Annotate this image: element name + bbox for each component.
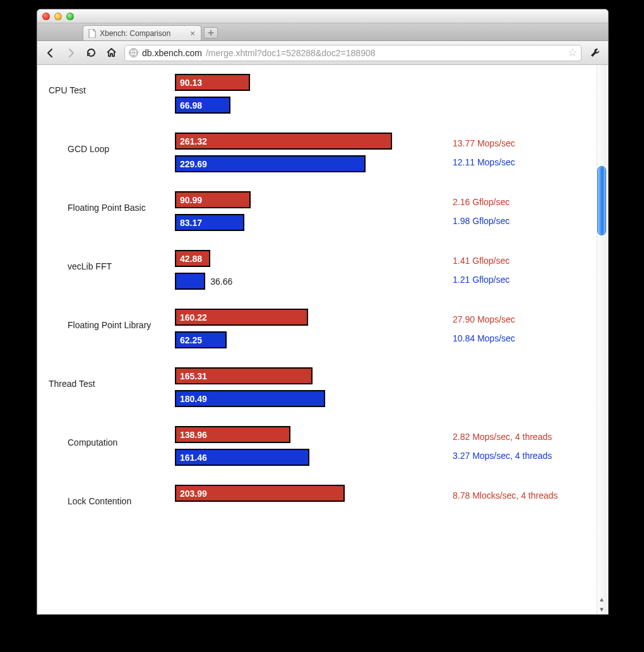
scroll-down-arrow-icon[interactable]: ▼ bbox=[597, 604, 607, 614]
scrollbar-thumb[interactable] bbox=[597, 166, 606, 235]
bar-wrap: 90.13 bbox=[175, 74, 440, 91]
benchmark-row: CPU Test90.1366.98 bbox=[49, 74, 597, 114]
bar-wrap: 229.69 bbox=[175, 155, 440, 172]
benchmark-label: Floating Point Library bbox=[49, 309, 175, 348]
tab-xbench-comparison[interactable]: Xbench: Comparison × bbox=[83, 25, 201, 40]
blue-bar: 180.49 bbox=[175, 390, 325, 407]
red-bar: 203.99 bbox=[175, 485, 345, 502]
metrics: 2.82 Mops/sec, 4 threads3.27 Mops/sec, 4… bbox=[440, 426, 573, 466]
red-bar: 42.88 bbox=[175, 250, 210, 267]
metric-a: 2.16 Gflop/sec bbox=[453, 197, 573, 207]
tab-title: Xbench: Comparison bbox=[100, 29, 170, 38]
blue-bar: 66.98 bbox=[175, 97, 230, 114]
titlebar bbox=[37, 9, 608, 23]
metrics: 2.16 Gflop/sec1.98 Gflop/sec bbox=[440, 191, 573, 231]
metric-b: 1.98 Gflop/sec bbox=[453, 216, 573, 226]
back-button[interactable] bbox=[44, 46, 57, 60]
scroll-up-arrow-icon[interactable]: ▲ bbox=[597, 594, 607, 604]
bars: 261.32229.69 bbox=[175, 133, 440, 172]
red-bar: 90.99 bbox=[175, 191, 251, 208]
page-icon bbox=[88, 29, 96, 38]
browser-window: Xbench: Comparison × db.xbench.com/merge… bbox=[37, 9, 609, 615]
minimize-window-button[interactable] bbox=[54, 13, 62, 20]
benchmark-label: Lock Contention bbox=[49, 485, 175, 506]
blue-bar bbox=[175, 273, 205, 290]
red-bar: 90.13 bbox=[175, 74, 250, 91]
metric-a: 2.82 Mops/sec, 4 threads bbox=[453, 432, 573, 442]
benchmark-table: CPU Test90.1366.98GCD Loop261.32229.6913… bbox=[37, 65, 608, 550]
close-tab-icon[interactable]: × bbox=[188, 29, 197, 38]
blue-bar: 83.17 bbox=[175, 214, 244, 231]
benchmark-label: Computation bbox=[49, 426, 175, 466]
benchmark-row: Computation138.96161.462.82 Mops/sec, 4 … bbox=[49, 426, 597, 466]
settings-wrench-icon[interactable] bbox=[588, 46, 602, 60]
metrics bbox=[440, 367, 573, 407]
tabstrip: Xbench: Comparison × bbox=[37, 23, 608, 41]
bars: 90.9983.17 bbox=[175, 191, 440, 231]
bar-wrap: 180.49 bbox=[175, 390, 440, 407]
metrics: 8.78 Mlocks/sec, 4 threads bbox=[440, 485, 573, 506]
metric-b: 1.21 Gflop/sec bbox=[453, 275, 573, 285]
red-bar: 261.32 bbox=[175, 133, 392, 150]
benchmark-row: GCD Loop261.32229.6913.77 Mops/sec12.11 … bbox=[49, 133, 597, 172]
vertical-scrollbar[interactable]: ▲ ▼ bbox=[597, 65, 607, 614]
benchmark-row: Floating Point Library160.2262.2527.90 M… bbox=[49, 309, 597, 348]
bars: 203.99 bbox=[175, 485, 440, 506]
bar-wrap: 203.99 bbox=[175, 485, 440, 502]
metric-b: 10.84 Mops/sec bbox=[453, 333, 573, 343]
bar-wrap: 83.17 bbox=[175, 214, 440, 231]
page-viewport: CPU Test90.1366.98GCD Loop261.32229.6913… bbox=[37, 65, 608, 614]
bar-wrap: 160.22 bbox=[175, 309, 440, 326]
bar-wrap: 161.46 bbox=[175, 449, 440, 466]
forward-button[interactable] bbox=[64, 46, 78, 60]
metric-a: 13.77 Mops/sec bbox=[453, 138, 573, 148]
benchmark-label: vecLib FFT bbox=[49, 250, 175, 290]
metrics: 27.90 Mops/sec10.84 Mops/sec bbox=[440, 309, 573, 348]
benchmark-row: Lock Contention203.998.78 Mlocks/sec, 4 … bbox=[49, 485, 597, 506]
bar-value: 36.66 bbox=[210, 276, 232, 287]
blue-bar: 229.69 bbox=[175, 155, 366, 172]
red-bar: 138.96 bbox=[175, 426, 290, 443]
bar-wrap: 138.96 bbox=[175, 426, 440, 443]
address-bar[interactable]: db.xbench.com/merge.xhtml?doc1=528288&do… bbox=[124, 45, 581, 61]
metrics: 13.77 Mops/sec12.11 Mops/sec bbox=[440, 133, 573, 172]
bar-wrap: 36.66 bbox=[175, 273, 440, 290]
bar-wrap: 261.32 bbox=[175, 133, 440, 150]
benchmark-row: Floating Point Basic90.9983.172.16 Gflop… bbox=[49, 191, 597, 231]
zoom-window-button[interactable] bbox=[66, 13, 74, 20]
metric-b: 12.11 Mops/sec bbox=[453, 157, 573, 167]
metrics: 1.41 Gflop/sec1.21 Gflop/sec bbox=[440, 250, 573, 290]
bar-wrap: 66.98 bbox=[175, 97, 440, 114]
bar-wrap: 90.99 bbox=[175, 191, 440, 208]
url-path: /merge.xhtml?doc1=528288&doc2=188908 bbox=[206, 48, 376, 58]
metric-a: 27.90 Mops/sec bbox=[453, 314, 573, 324]
close-window-button[interactable] bbox=[42, 13, 50, 20]
blue-bar: 62.25 bbox=[175, 331, 227, 348]
home-button[interactable] bbox=[104, 46, 118, 60]
benchmark-row: vecLib FFT42.8836.661.41 Gflop/sec1.21 G… bbox=[49, 250, 597, 290]
window-controls bbox=[42, 13, 74, 20]
reload-button[interactable] bbox=[84, 46, 98, 60]
new-tab-button[interactable] bbox=[204, 27, 218, 39]
toolbar: db.xbench.com/merge.xhtml?doc1=528288&do… bbox=[37, 41, 608, 65]
benchmark-label: Floating Point Basic bbox=[49, 191, 175, 231]
url-host: db.xbench.com bbox=[142, 48, 202, 58]
bars: 138.96161.46 bbox=[175, 426, 440, 466]
bars: 165.31180.49 bbox=[175, 367, 440, 407]
bars: 42.8836.66 bbox=[175, 250, 440, 290]
bars: 160.2262.25 bbox=[175, 309, 440, 348]
bar-wrap: 42.88 bbox=[175, 250, 440, 267]
metric-b: 3.27 Mops/sec, 4 threads bbox=[453, 451, 573, 461]
benchmark-row: Thread Test165.31180.49 bbox=[49, 367, 597, 407]
site-icon bbox=[129, 48, 138, 57]
benchmark-label: CPU Test bbox=[49, 74, 175, 114]
blue-bar: 161.46 bbox=[175, 449, 309, 466]
bar-wrap: 165.31 bbox=[175, 367, 440, 384]
metrics bbox=[440, 74, 573, 114]
red-bar: 160.22 bbox=[175, 309, 308, 326]
benchmark-label: Thread Test bbox=[49, 367, 175, 407]
bar-wrap: 62.25 bbox=[175, 331, 440, 348]
red-bar: 165.31 bbox=[175, 367, 313, 384]
bookmark-star-icon[interactable]: ☆ bbox=[568, 46, 577, 59]
metric-a: 1.41 Gflop/sec bbox=[453, 256, 573, 266]
